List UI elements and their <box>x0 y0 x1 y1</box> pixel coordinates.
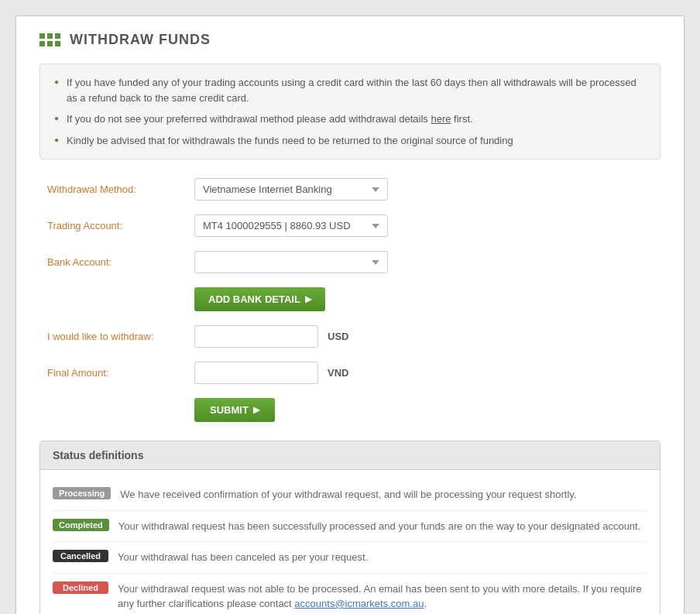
info-bullet-3: Kindly be advised that for withdrawals t… <box>54 133 646 149</box>
withdraw-control: USD <box>194 325 653 348</box>
status-desc-declined: Your withdrawal request was not able to … <box>118 581 647 612</box>
withdraw-currency: USD <box>328 331 348 342</box>
status-badge-cancelled: Cancelled <box>53 550 108 562</box>
withdraw-amount-row: I would like to withdraw: USD <box>47 325 653 348</box>
status-body: Processing We have received confirmation… <box>40 470 660 614</box>
contact-email-link[interactable]: accounts@icmarkets.com.au <box>294 598 424 609</box>
final-amount-control: VND <box>194 362 653 384</box>
page-container: WITHDRAW FUNDS If you have funded any of… <box>15 15 685 614</box>
withdrawal-method-label: Withdrawal Method: <box>47 184 194 195</box>
final-amount-currency: VND <box>328 367 348 379</box>
status-badge-declined: Declined <box>53 581 108 594</box>
here-link[interactable]: here <box>431 113 451 125</box>
status-item-cancelled: Cancelled Your withdrawal has been cance… <box>53 542 647 574</box>
add-bank-button-row: ADD BANK DETAIL ▶ <box>47 287 653 311</box>
form-section: Withdrawal Method: Vietnamese Internet B… <box>39 178 661 422</box>
withdraw-label: I would like to withdraw: <box>47 331 194 342</box>
submit-arrow-icon: ▶ <box>253 405 259 415</box>
status-badge-processing: Processing <box>53 487 111 499</box>
info-bullet-1: If you have funded any of your trading a… <box>54 75 646 105</box>
add-bank-label: ADD BANK DETAIL <box>208 293 300 305</box>
page-title: WITHDRAW FUNDS <box>70 32 211 48</box>
submit-button-row: SUBMIT ▶ <box>47 398 653 422</box>
trading-account-label: Trading Account: <box>47 220 194 232</box>
status-desc-completed: Your withdrawal request has been success… <box>118 519 640 534</box>
submit-label: SUBMIT <box>210 404 249 416</box>
trading-account-row: Trading Account: MT4 1000029555 | 8860.9… <box>47 214 653 237</box>
withdraw-input[interactable] <box>194 325 318 348</box>
final-amount-input[interactable] <box>194 362 318 384</box>
trading-account-control: MT4 1000029555 | 8860.93 USD <box>194 214 653 237</box>
status-badge-completed: Completed <box>53 519 109 531</box>
trading-account-select[interactable]: MT4 1000029555 | 8860.93 USD <box>194 214 388 237</box>
status-header: Status definitions <box>40 441 660 470</box>
grid-icon <box>39 33 60 46</box>
status-desc-cancelled: Your withdrawal has been canceled as per… <box>118 550 368 565</box>
bank-account-select[interactable] <box>194 251 388 273</box>
submit-button[interactable]: SUBMIT ▶ <box>194 398 275 422</box>
add-bank-arrow-icon: ▶ <box>305 294 311 304</box>
bank-account-label: Bank Account: <box>47 256 194 268</box>
info-box: If you have funded any of your trading a… <box>39 63 661 160</box>
bank-account-row: Bank Account: <box>47 251 653 273</box>
status-item-declined: Declined Your withdrawal request was not… <box>53 574 647 615</box>
status-section: Status definitions Processing We have re… <box>39 441 661 614</box>
withdrawal-method-select[interactable]: Vietnamese Internet Banking <box>194 178 388 201</box>
status-item-processing: Processing We have received confirmation… <box>53 479 647 511</box>
status-desc-processing: We have received confirmation of your wi… <box>120 487 576 503</box>
withdrawal-method-control: Vietnamese Internet Banking <box>194 178 653 201</box>
status-item-completed: Completed Your withdrawal request has be… <box>53 511 647 543</box>
page-header: WITHDRAW FUNDS <box>39 32 661 48</box>
withdrawal-method-row: Withdrawal Method: Vietnamese Internet B… <box>47 178 653 201</box>
final-amount-label: Final Amount: <box>47 367 194 379</box>
final-amount-row: Final Amount: VND <box>47 362 653 384</box>
bank-account-control <box>194 251 653 273</box>
info-bullet-2: If you do not see your preferred withdra… <box>54 111 646 127</box>
add-bank-button[interactable]: ADD BANK DETAIL ▶ <box>194 287 325 311</box>
